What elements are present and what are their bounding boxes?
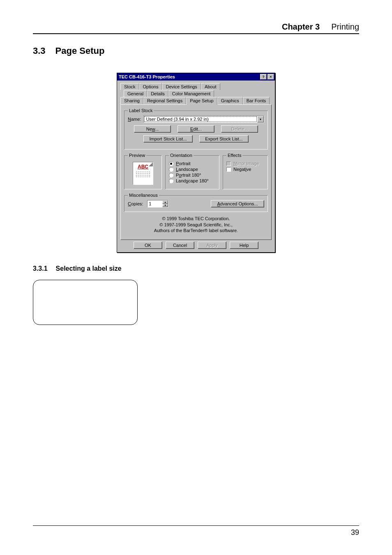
copies-label: Copies: — [128, 201, 143, 206]
import-stock-list-button[interactable]: Import Stock List... — [143, 135, 193, 143]
close-button[interactable]: × — [267, 74, 274, 80]
miscellaneous-legend: Miscellaneous — [128, 193, 159, 198]
page-fold-icon — [149, 162, 153, 166]
new-button[interactable]: New... — [134, 125, 171, 133]
name-label: Name: — [128, 117, 141, 122]
advanced-options-button[interactable]: Advanced Options... — [211, 200, 264, 207]
checkbox-icon — [226, 161, 231, 166]
tab-bar-fonts[interactable]: Bar Fonts — [243, 97, 270, 104]
check-negative[interactable]: Negative — [226, 167, 264, 172]
section-number: 3.3 — [33, 46, 46, 56]
chevron-down-icon[interactable] — [257, 116, 264, 122]
titlebar: TEC CB-416-T3 Properties ? × — [117, 73, 275, 81]
subsection-number: 3.3.1 — [33, 265, 48, 272]
preview-lines-icon — [136, 170, 150, 178]
cancel-button[interactable]: Cancel — [166, 242, 194, 249]
checkbox-icon — [226, 167, 231, 172]
miscellaneous-group: Miscellaneous Copies: 1 ▲ ▼ — [124, 193, 268, 212]
spin-up-icon[interactable]: ▲ — [162, 200, 168, 204]
label-stock-group: Label Stock Name: User Defined (3.94 in … — [124, 108, 268, 150]
orientation-group: Orientation Portrait Landscape — [165, 153, 219, 189]
preview-abc: ABC — [138, 164, 148, 170]
page-number: 39 — [351, 528, 359, 537]
radio-icon — [169, 167, 173, 172]
empty-rounded-box — [33, 280, 138, 325]
chapter-subject: Printing — [331, 22, 359, 32]
tab-color-management[interactable]: Color Management — [168, 90, 214, 97]
preview-group: Preview ABC — [124, 153, 162, 189]
dialog-title: TEC CB-416-T3 Properties — [119, 74, 259, 79]
copies-spinner[interactable]: 1 ▲ ▼ — [147, 200, 168, 207]
tab-graphics[interactable]: Graphics — [217, 97, 243, 104]
export-stock-list-button[interactable]: Export Stock List... — [199, 135, 249, 143]
tab-options[interactable]: Options — [139, 83, 162, 90]
label-stock-legend: Label Stock — [128, 108, 154, 113]
orientation-legend: Orientation — [169, 153, 194, 158]
delete-button[interactable]: Delete... — [221, 125, 258, 133]
apply-button[interactable]: Apply — [198, 242, 226, 249]
section-title: Page Setup — [55, 46, 105, 56]
radio-icon — [169, 179, 173, 183]
radio-portrait[interactable]: Portrait — [169, 161, 216, 166]
help-button[interactable]: ? — [260, 74, 267, 80]
tab-general[interactable]: General — [124, 90, 147, 97]
effects-group: Effects Mirror Image Negative — [223, 153, 268, 189]
name-combo-value: User Defined (3.94 in x 2.92 in) — [144, 116, 257, 122]
radio-landscape-180[interactable]: Landscape 180° — [169, 178, 216, 183]
preview-legend: Preview — [128, 153, 146, 158]
tab-stock[interactable]: Stock — [120, 83, 139, 90]
radio-icon — [169, 161, 173, 166]
name-combo[interactable]: User Defined (3.94 in x 2.92 in) — [143, 115, 264, 123]
ok-button[interactable]: OK — [134, 242, 162, 249]
effects-legend: Effects — [226, 153, 242, 158]
properties-dialog: TEC CB-416-T3 Properties ? × Stock Optio… — [117, 73, 275, 253]
tab-regional-settings[interactable]: Regional Settings — [143, 97, 186, 104]
tab-panel-page-setup: Label Stock Name: User Defined (3.94 in … — [120, 104, 272, 240]
radio-icon — [169, 173, 173, 177]
copies-value: 1 — [148, 200, 162, 207]
tab-details[interactable]: Details — [147, 90, 168, 97]
spin-down-icon[interactable]: ▼ — [162, 204, 168, 207]
radio-landscape[interactable]: Landscape — [169, 167, 216, 172]
radio-portrait-180[interactable]: Portrait 180° — [169, 173, 216, 177]
tab-sharing[interactable]: Sharing — [120, 97, 143, 104]
tab-device-settings[interactable]: Device Settings — [162, 83, 201, 90]
copyright-line-1: © 1999 Toshiba TEC Corporation. — [124, 216, 268, 221]
chapter-label: Chapter 3 — [282, 22, 320, 32]
subsection-title: Selecting a label size — [56, 265, 122, 272]
check-mirror-image: Mirror Image — [226, 161, 264, 166]
preview-thumbnail: ABC — [133, 162, 153, 185]
copyright-line-2: © 1997-1999 Seagull Scientific, Inc., Au… — [124, 222, 268, 234]
dialog-help-button[interactable]: Help — [230, 242, 258, 249]
edit-button[interactable]: Edit... — [178, 125, 214, 133]
tabs: Stock Options Device Settings About Gene… — [120, 83, 272, 240]
tab-about[interactable]: About — [201, 83, 220, 90]
tab-page-setup[interactable]: Page Setup — [186, 97, 217, 105]
